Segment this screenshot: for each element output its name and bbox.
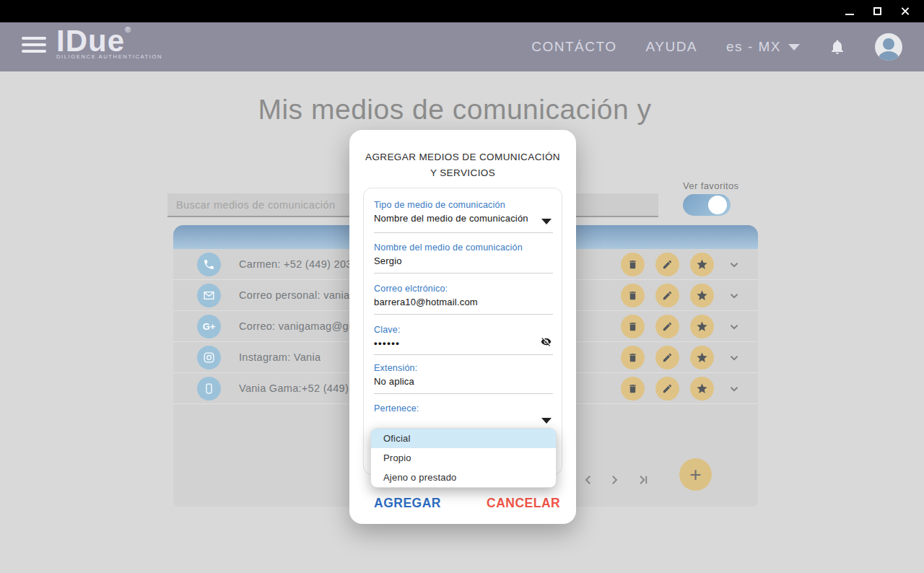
app-logo[interactable]: IDue® DILIGENCE AUTHENTICATION [56, 25, 162, 60]
last-page-button[interactable] [635, 473, 650, 486]
chevron-down-icon[interactable] [725, 318, 744, 336]
row-label: Instagram: Vania [239, 351, 321, 363]
plus-icon: + [689, 465, 701, 485]
row-actions [621, 253, 744, 276]
avatar-person-icon [883, 38, 894, 50]
row-actions [621, 346, 744, 369]
delete-button[interactable] [621, 284, 645, 307]
edit-button[interactable] [655, 253, 679, 276]
logo-subtitle: DILIGENCE AUTHENTICATION [56, 53, 162, 60]
row-actions [621, 315, 744, 338]
field-label: Correo elctrónico: [374, 284, 553, 294]
field-email[interactable]: Correo elctrónico: barrera10@hotmail.com [374, 284, 553, 315]
field-belongs-to[interactable]: Pertenece: [374, 403, 553, 431]
mobile-icon [197, 377, 221, 401]
toggle-knob [708, 196, 727, 214]
favorite-button[interactable] [690, 346, 714, 369]
application-window: IDue® DILIGENCE AUTHENTICATION CONTÁCTO … [0, 0, 924, 573]
delete-button[interactable] [621, 315, 645, 338]
language-label: es - MX [726, 39, 781, 55]
next-page-button[interactable] [608, 473, 621, 486]
row-actions [621, 284, 744, 307]
header-nav: CONTÁCTO AYUDA es - MX [531, 22, 902, 71]
eye-off-icon[interactable] [541, 336, 552, 347]
field-extension[interactable]: Extensión: No aplica [374, 363, 553, 394]
field-media-type[interactable]: Tipo de medio de comunicación Nombre del… [374, 200, 553, 233]
chevron-down-icon[interactable] [541, 418, 552, 424]
notifications-bell-icon[interactable] [829, 38, 846, 56]
favorites-toggle-label: Ver favoritos [683, 180, 770, 191]
minimize-button[interactable] [845, 6, 855, 17]
modal-title: AGREGAR MEDIOS DE COMUNICACIÓN Y SERVICI… [363, 149, 562, 180]
add-media-button[interactable]: + [679, 458, 712, 491]
registered-mark: ® [125, 25, 131, 34]
previous-page-button[interactable] [582, 473, 595, 486]
add-button[interactable]: AGREGAR [374, 496, 441, 511]
field-password[interactable]: Clave: •••••• [374, 325, 553, 355]
minimize-icon [845, 14, 854, 15]
chevron-down-icon[interactable] [725, 349, 744, 367]
add-media-modal: AGREGAR MEDIOS DE COMUNICACIÓN Y SERVICI… [349, 130, 576, 524]
field-label: Nombre del medio de comunicación [374, 242, 553, 253]
delete-button[interactable] [621, 346, 645, 369]
field-value: No aplica [374, 376, 553, 388]
close-button[interactable] [899, 6, 910, 17]
user-avatar[interactable] [875, 33, 902, 61]
chevron-down-icon[interactable] [541, 219, 552, 224]
favorite-button[interactable] [690, 284, 714, 307]
edit-button[interactable] [655, 315, 679, 338]
field-label: Pertenece: [374, 403, 553, 414]
nav-help[interactable]: AYUDA [645, 39, 697, 55]
field-value: •••••• [374, 338, 553, 349]
maximize-button[interactable] [872, 6, 882, 17]
favorite-button[interactable] [690, 315, 714, 338]
edit-button[interactable] [655, 346, 679, 369]
field-label: Clave: [374, 325, 553, 335]
field-value [374, 416, 553, 428]
edit-button[interactable] [655, 377, 679, 401]
field-value: barrera10@hotmail.com [374, 297, 553, 308]
maximize-icon [873, 7, 881, 15]
close-icon [900, 6, 910, 16]
field-label: Tipo de medio de comunicación [374, 200, 553, 210]
chevron-down-icon [788, 44, 800, 51]
google-plus-icon: G+ [197, 315, 221, 338]
field-value: Nombre del medio de comunicación [374, 213, 553, 224]
dropdown-option-propio[interactable]: Propio [371, 448, 556, 468]
chevron-down-icon[interactable] [725, 380, 744, 398]
window-titlebar [0, 0, 924, 22]
favorites-toggle[interactable] [683, 194, 731, 216]
chevron-down-icon[interactable] [725, 255, 744, 274]
field-media-name[interactable]: Nombre del medio de comunicación Sergio [374, 242, 553, 274]
field-value: Sergio [374, 255, 553, 267]
belongs-to-dropdown: Oficial Propio Ajeno o prestado [370, 428, 557, 488]
language-selector[interactable]: es - MX [726, 39, 800, 55]
favorite-button[interactable] [690, 377, 714, 401]
favorite-button[interactable] [690, 253, 714, 276]
instagram-icon [197, 346, 221, 369]
page-title: Mis medios de comunicación y [0, 94, 910, 126]
nav-contact[interactable]: CONTÁCTO [531, 39, 616, 55]
row-actions [621, 377, 744, 401]
dropdown-option-ajeno[interactable]: Ajeno o prestado [371, 468, 556, 487]
edit-button[interactable] [655, 284, 679, 307]
menu-icon[interactable] [22, 37, 46, 53]
dropdown-option-oficial[interactable]: Oficial [371, 429, 556, 448]
phone-icon [197, 253, 221, 276]
app-header: IDue® DILIGENCE AUTHENTICATION CONTÁCTO … [0, 22, 924, 71]
mail-icon [197, 284, 221, 307]
cancel-button[interactable]: CANCELAR [487, 496, 560, 511]
field-label: Extensión: [374, 363, 553, 373]
chevron-down-icon[interactable] [725, 286, 744, 305]
delete-button[interactable] [621, 253, 645, 276]
delete-button[interactable] [621, 377, 645, 401]
